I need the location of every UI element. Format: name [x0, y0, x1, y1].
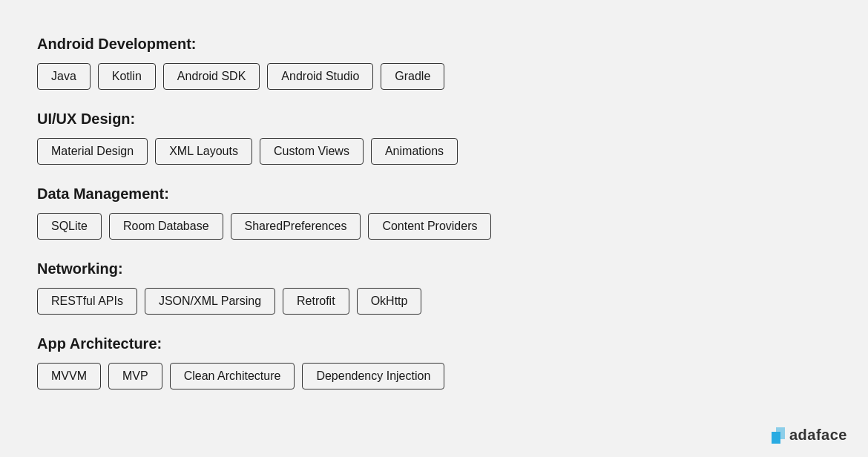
section-title-app-architecture: App Architecture:: [37, 335, 831, 352]
tag-custom-views[interactable]: Custom Views: [260, 138, 364, 165]
tag-mvp[interactable]: MVP: [108, 363, 162, 389]
adaface-icon: [772, 427, 785, 444]
section-title-android-development: Android Development:: [37, 36, 831, 53]
adaface-label: adaface: [789, 427, 847, 444]
tag-xml-layouts[interactable]: XML Layouts: [155, 138, 252, 165]
main-content: Android Development:JavaKotlinAndroid SD…: [0, 0, 868, 440]
section-networking: Networking:RESTful APIsJSON/XML ParsingR…: [37, 260, 831, 315]
section-ui-ux-design: UI/UX Design:Material DesignXML LayoutsC…: [37, 111, 831, 165]
tag-kotlin[interactable]: Kotlin: [98, 63, 156, 90]
tag-retrofit[interactable]: Retrofit: [283, 288, 349, 315]
tag-content-providers[interactable]: Content Providers: [368, 213, 491, 240]
tag-mvvm[interactable]: MVVM: [37, 363, 101, 389]
tag-java[interactable]: Java: [37, 63, 91, 90]
branding: adaface: [772, 427, 847, 444]
tag-dependency-injection[interactable]: Dependency Injection: [302, 363, 444, 389]
section-title-ui-ux-design: UI/UX Design:: [37, 111, 831, 128]
tag-clean-architecture[interactable]: Clean Architecture: [170, 363, 295, 389]
section-data-management: Data Management:SQLiteRoom DatabaseShare…: [37, 185, 831, 240]
tag-android-sdk[interactable]: Android SDK: [163, 63, 260, 90]
section-title-data-management: Data Management:: [37, 185, 831, 203]
tag-room-database[interactable]: Room Database: [109, 213, 223, 240]
tag-okhttp[interactable]: OkHttp: [357, 288, 422, 315]
tag-material-design[interactable]: Material Design: [37, 138, 148, 165]
tag-android-studio[interactable]: Android Studio: [267, 63, 373, 90]
tag-restful-apis[interactable]: RESTful APIs: [37, 288, 137, 315]
svg-rect-1: [776, 427, 785, 439]
tag-gradle[interactable]: Gradle: [381, 63, 444, 90]
section-app-architecture: App Architecture:MVVMMVPClean Architectu…: [37, 335, 831, 389]
tags-data-management: SQLiteRoom DatabaseSharedPreferencesCont…: [37, 213, 831, 240]
tag-sharedpreferences[interactable]: SharedPreferences: [231, 213, 361, 240]
tags-networking: RESTful APIsJSON/XML ParsingRetrofitOkHt…: [37, 288, 831, 315]
tags-ui-ux-design: Material DesignXML LayoutsCustom ViewsAn…: [37, 138, 831, 165]
tag-json-xml-parsing[interactable]: JSON/XML Parsing: [145, 288, 275, 315]
section-android-development: Android Development:JavaKotlinAndroid SD…: [37, 36, 831, 90]
section-title-networking: Networking:: [37, 260, 831, 277]
tag-animations[interactable]: Animations: [371, 138, 458, 165]
tag-sqlite[interactable]: SQLite: [37, 213, 102, 240]
tags-android-development: JavaKotlinAndroid SDKAndroid StudioGradl…: [37, 63, 831, 90]
tags-app-architecture: MVVMMVPClean ArchitectureDependency Inje…: [37, 363, 831, 389]
